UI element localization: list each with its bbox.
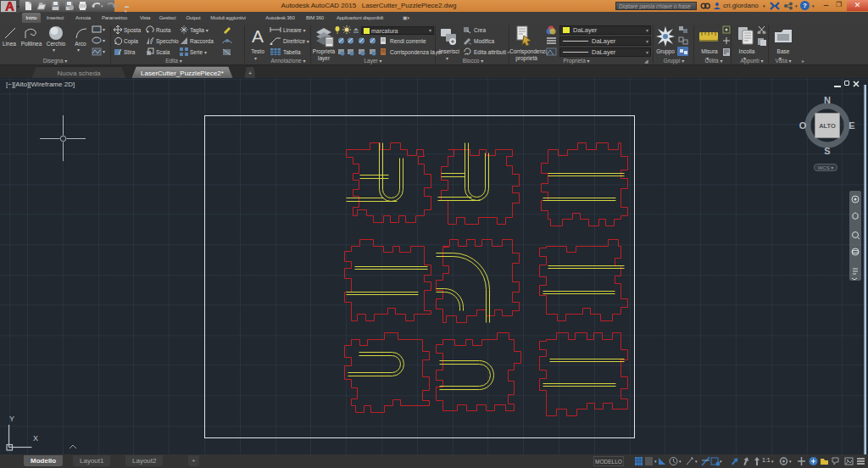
svg-text:Y: Y — [9, 415, 14, 423]
svg-text:X: X — [33, 434, 38, 443]
